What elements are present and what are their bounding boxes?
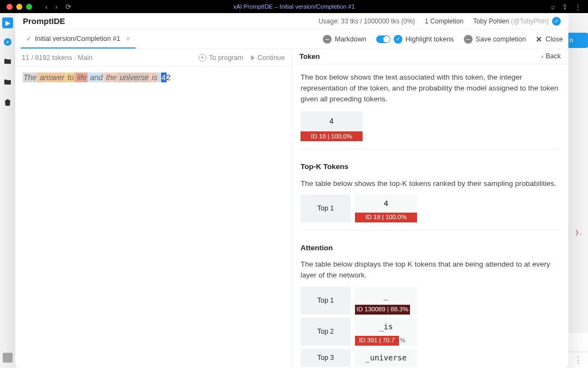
topk-section: Top-K Tokens The table below shows the t…	[301, 161, 560, 231]
check-circle-icon: ✓	[394, 35, 402, 44]
token[interactable]: life	[75, 73, 88, 82]
tab-close-icon[interactable]: ×	[126, 34, 130, 43]
minimize-window-button[interactable]	[16, 4, 22, 10]
close-window-button[interactable]	[7, 4, 13, 10]
attn-prob-extra: %	[400, 336, 406, 345]
background-code-brace: }.	[575, 229, 583, 236]
back-button[interactable]: ‹ Back	[542, 52, 561, 60]
plus-circle-icon: +	[199, 54, 206, 62]
save-completion-button[interactable]: – Save completion	[464, 35, 526, 44]
token-intro-text: The box below shows the text associated …	[301, 72, 560, 105]
chevron-left-icon: ‹	[542, 53, 544, 59]
menu-dots-icon[interactable]: ⋮	[574, 3, 581, 11]
share-icon[interactable]: ⇪	[562, 3, 568, 11]
markdown-toggle[interactable]: – Markdown	[323, 35, 366, 44]
nav-forward-icon[interactable]: ›	[55, 3, 57, 11]
close-button[interactable]: ✕ Close	[536, 35, 563, 44]
status-menu-icon[interactable]: ⋮	[574, 355, 583, 365]
background-run-button-sliver[interactable]: n	[568, 33, 588, 48]
attn-token-value: _is	[355, 318, 417, 336]
token-status: 11 / 8192 tokens · Main	[22, 54, 93, 62]
rail-add-icon[interactable]: +	[4, 38, 11, 46]
token-value: 4	[301, 111, 363, 131]
app-header: PromptIDE Usage: 33 tks / 1000000 tks (0…	[15, 13, 568, 29]
rank-label: Top 1	[301, 287, 351, 315]
token-box: 4	[301, 111, 363, 131]
minus-circle-icon: –	[464, 35, 473, 44]
continue-button[interactable]: Continue	[251, 54, 285, 62]
completion-count: 1 Completion	[425, 17, 463, 25]
topk-title: Top-K Tokens	[301, 161, 560, 172]
play-icon	[251, 55, 255, 61]
rank-label: Top 2	[301, 318, 351, 346]
user-handle: (@TobyPhln)	[511, 17, 549, 25]
token[interactable]: the	[103, 73, 117, 82]
token[interactable]	[158, 73, 161, 82]
switch-icon	[376, 35, 390, 43]
token-info-title: Token	[299, 52, 320, 61]
highlight-toggle[interactable]: ✓ Highlight tokens	[376, 35, 454, 44]
traffic-lights	[7, 4, 32, 10]
browser-nav: ‹ › ⟳	[45, 3, 71, 11]
app-title: PromptIDE	[23, 16, 65, 26]
attention-row: Top 2 _is ID 391 | 70.7 %	[301, 318, 560, 346]
token[interactable]: to	[65, 73, 75, 82]
maximize-window-button[interactable]	[26, 4, 32, 10]
topk-prob-bar: ID 18 | 100.0%	[355, 213, 417, 222]
completion-modal: PromptIDE Usage: 33 tks / 1000000 tks (0…	[15, 13, 568, 368]
token-selected[interactable]: 4	[161, 73, 167, 82]
attention-row: Top 1 _ ID 130089 | 88.3%	[301, 287, 560, 315]
nav-refresh-icon[interactable]: ⟳	[65, 3, 71, 11]
token[interactable]: answer	[37, 73, 65, 82]
verified-badge-icon: ✓	[552, 17, 561, 26]
token-prob-bar: ID 18 | 100.0%	[301, 131, 363, 141]
tab-completion[interactable]: ✓ Initial version/Completion #1 ×	[21, 29, 136, 49]
toolbar-row: ✓ Initial version/Completion #1 × – Mark…	[15, 29, 568, 49]
prompt-text[interactable]: The answer to life and the universe is 4…	[15, 67, 291, 88]
attention-description: The table below displays the top K token…	[301, 259, 560, 281]
rail-logo-icon	[3, 353, 13, 363]
attention-row: Top 3 _universe	[301, 349, 560, 367]
topk-token-value: 4	[355, 195, 417, 213]
topk-description: The table below shows the top-K tokens r…	[301, 178, 560, 189]
token-intro-section: The box below shows the text associated …	[301, 72, 560, 150]
minus-circle-icon: –	[323, 35, 332, 44]
prompt-subheader: 11 / 8192 tokens · Main + To program Con…	[15, 49, 291, 67]
attn-prob-bar: ID 391 | 70.7	[355, 336, 399, 346]
attn-prob-bar: ID 130089 | 88.3%	[355, 305, 410, 315]
attention-section: Attention The table below displays the t…	[301, 243, 560, 367]
search-icon[interactable]: ⌕	[551, 3, 555, 11]
tab-check-icon: ✓	[26, 35, 32, 43]
token[interactable]: The	[23, 73, 37, 82]
prompt-pane: 11 / 8192 tokens · Main + To program Con…	[15, 49, 292, 368]
rail-database-icon[interactable]	[2, 76, 13, 87]
attention-title: Attention	[301, 243, 560, 254]
rail-run-icon[interactable]: ▶	[2, 17, 13, 28]
token[interactable]: universe	[117, 73, 149, 82]
token-info-header: Token ‹ Back	[292, 49, 568, 64]
window-titlebar: ‹ › ⟳ xAI PromptIDE – Initial version/Co…	[0, 0, 588, 13]
topk-row: Top 1 4 ID 18 | 100.0%	[301, 195, 560, 222]
user-name[interactable]: Toby Pohlen (@TobyPhln)	[473, 17, 549, 25]
window-title: xAI PromptIDE – Initial version/Completi…	[233, 3, 354, 10]
rank-label: Top 1	[301, 195, 351, 222]
to-program-button[interactable]: + To program	[199, 54, 243, 62]
nav-back-icon[interactable]: ‹	[45, 3, 47, 11]
token[interactable]: 2	[167, 73, 171, 82]
tab-label: Initial version/Completion #1	[35, 35, 120, 43]
token-info-pane: Token ‹ Back The box below shows the tex…	[292, 49, 568, 368]
titlebar-right: ⌕ ⇪ ⋮	[551, 3, 581, 11]
attn-token-value: _universe	[355, 349, 417, 367]
token[interactable]: and	[88, 73, 103, 82]
rank-label: Top 3	[301, 349, 351, 367]
left-rail: ▶ +	[0, 13, 15, 368]
close-icon: ✕	[536, 35, 542, 44]
rail-folder-icon[interactable]	[2, 56, 13, 67]
usage-counter: Usage: 33 tks / 1000000 tks (0%)	[318, 17, 415, 25]
attn-token-value: _	[355, 287, 417, 305]
token[interactable]: is	[149, 73, 158, 82]
rail-trash-icon[interactable]	[2, 97, 13, 108]
